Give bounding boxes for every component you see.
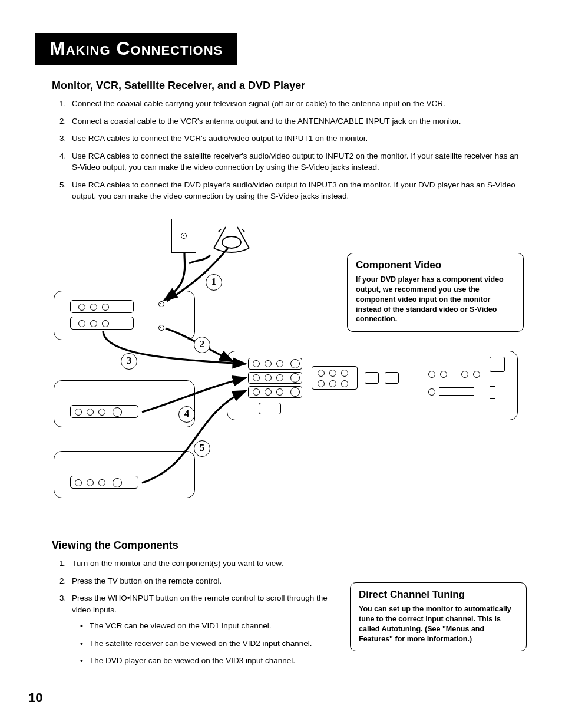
page-content: Monitor, VCR, Satellite Receiver, and a …: [35, 80, 527, 673]
connection-arrows: [54, 213, 525, 525]
page-number: 10: [28, 690, 42, 706]
section2-heading: Viewing the Components: [52, 539, 527, 552]
step-label-3: 3: [121, 353, 137, 370]
manual-page: Making Connections Monitor, VCR, Satelli…: [0, 0, 562, 728]
list-item: Use RCA cables to connect the satellite …: [68, 150, 527, 173]
section2-row: Turn on the monitor and the component(s)…: [52, 558, 527, 673]
section1-steps: Connect the coaxial cable carrying your …: [52, 98, 527, 202]
step-label-5: 5: [194, 440, 210, 457]
page-title-banner: Making Connections: [35, 33, 237, 65]
wiring-diagram: Component Video If your DVD player has a…: [54, 213, 525, 525]
list-item: Press the WHO•INPUT button on the remote…: [68, 592, 332, 667]
section2-steps: Turn on the monitor and the component(s)…: [52, 558, 332, 667]
list-item: Turn on the monitor and the component(s)…: [68, 558, 332, 569]
list-item: Connect the coaxial cable carrying your …: [68, 98, 527, 110]
list-item-text: Press the WHO•INPUT button on the remote…: [72, 594, 328, 614]
callout-body: You can set up the monitor to automatica…: [359, 604, 518, 644]
list-item: The DVD player can be viewed on the VID3…: [77, 655, 332, 667]
list-item: The satellite receiver can be viewed on …: [77, 638, 332, 650]
list-item: Use RCA cables to connect the DVD player…: [68, 179, 527, 202]
step-label-4: 4: [178, 406, 195, 423]
section2-bullets: The VCR can be viewed on the VID1 input …: [77, 620, 332, 667]
list-item: Connect a coaxial cable to the VCR's ant…: [68, 116, 527, 127]
list-item: Use RCA cables to connect the VCR's audi…: [68, 133, 527, 144]
callout-direct-channel-tuning: Direct Channel Tuning You can set up the…: [350, 582, 527, 652]
callout-title: Direct Channel Tuning: [359, 589, 518, 601]
section1-heading: Monitor, VCR, Satellite Receiver, and a …: [52, 80, 527, 92]
step-label-2: 2: [194, 337, 210, 353]
step-label-1: 1: [206, 274, 222, 291]
list-item: Press the TV button on the remote contro…: [68, 575, 332, 587]
list-item: The VCR can be viewed on the VID1 input …: [77, 620, 332, 632]
